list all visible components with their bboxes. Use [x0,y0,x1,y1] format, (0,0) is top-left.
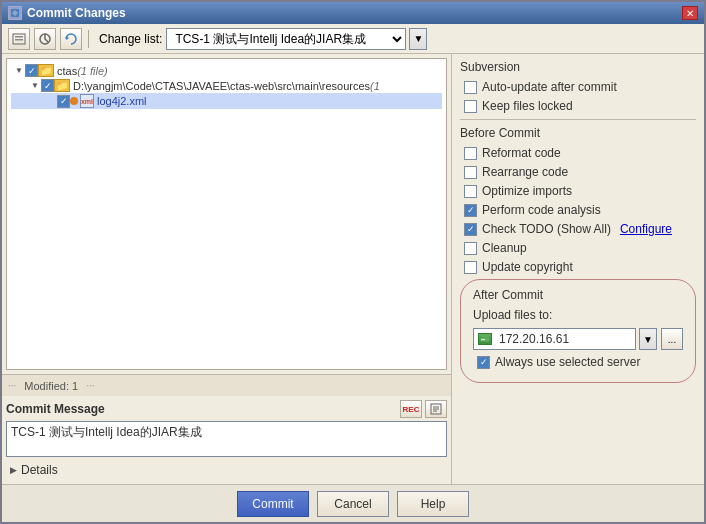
left-panel: ▼ ✓ 📁 ctas (1 file) ▼ ✓ 📁 D:\yangjm\Code… [2,54,452,484]
cancel-button[interactable]: Cancel [317,491,389,517]
folder-icon-path: 📁 [54,79,70,92]
svg-marker-5 [66,36,69,40]
diff-dots-right: ··· [86,380,94,391]
checkbox-path[interactable]: ✓ [41,79,54,92]
toolbar-btn-2[interactable] [34,28,56,50]
tree-item-path[interactable]: ▼ ✓ 📁 D:\yangjm\Code\CTAS\JAVAEE\ctas-we… [11,78,442,93]
checkbox-update-copyright[interactable] [464,261,477,274]
upload-input[interactable]: 172.20.16.61 [473,328,636,350]
after-commit-section: After Commit Upload files to: 172.20.16.… [460,279,696,383]
tree-item-ctas[interactable]: ▼ ✓ 📁 ctas (1 file) [11,63,442,78]
label-cleanup: Cleanup [482,241,527,255]
option-keep-locked: Keep files locked [460,99,696,113]
main-content: ▼ ✓ 📁 ctas (1 file) ▼ ✓ 📁 D:\yangjm\Code… [2,54,704,484]
folder-icon-ctas: 📁 [38,64,54,77]
commit-message-header: Commit Message REC [6,400,447,418]
upload-dropdown-btn[interactable]: ▼ [639,328,657,350]
checkbox-ctas[interactable]: ✓ [25,64,38,77]
checkbox-cleanup[interactable] [464,242,477,255]
label-update-copyright: Update copyright [482,260,573,274]
details-label: Details [21,463,58,477]
toolbar-btn-refresh[interactable] [60,28,82,50]
tree-label-path: D:\yangjm\Code\CTAS\JAVAEE\ctas-web\src\… [73,80,370,92]
checkbox-check-todo[interactable]: ✓ [464,223,477,236]
label-reformat: Reformat code [482,146,561,160]
toolbar-btn-1[interactable] [8,28,30,50]
checkbox-keep-locked[interactable] [464,100,477,113]
label-auto-update: Auto-update after commit [482,80,617,94]
divider-1 [460,119,696,120]
svg-rect-2 [15,36,23,38]
checkbox-perform[interactable]: ✓ [464,204,477,217]
title-bar: Commit Changes ✕ [2,2,704,24]
label-rearrange: Rearrange code [482,165,568,179]
upload-server-icon [478,333,492,345]
changelist-dropdown[interactable]: TCS-1 测试与Intellj Idea的JIAR集成 [166,28,406,50]
right-panel: Subversion Auto-update after commit Keep… [452,54,704,484]
label-perform: Perform code analysis [482,203,601,217]
svg-rect-3 [15,39,23,41]
toolbar-separator [88,30,89,48]
tree-label-log4j2: log4j2.xml [97,95,147,107]
option-rearrange: Rearrange code [460,165,696,179]
option-reformat: Reformat code [460,146,696,160]
option-perform: ✓ Perform code analysis [460,203,696,217]
commit-msg-btn-2[interactable] [425,400,447,418]
diff-dots-left: ··· [8,380,16,391]
details-arrow: ▶ [10,465,17,475]
help-button[interactable]: Help [397,491,469,517]
details-row[interactable]: ▶ Details [6,460,447,480]
footer: Commit Cancel Help [2,484,704,522]
label-keep-locked: Keep files locked [482,99,573,113]
window-icon [8,6,22,20]
close-button[interactable]: ✕ [682,6,698,20]
modified-text: Modified: 1 [24,380,78,392]
before-commit-title: Before Commit [460,126,696,140]
xml-file-icon: xml [80,94,94,108]
label-optimize: Optimize imports [482,184,572,198]
commit-message-label: Commit Message [6,402,105,416]
checkbox-optimize[interactable] [464,185,477,198]
tree-item-log4j2[interactable]: ▶ ✓ xml log4j2.xml [11,93,442,109]
option-check-todo: ✓ Check TODO (Show All) Configure [460,222,696,236]
upload-label: Upload files to: [473,308,683,322]
tree-label-path-meta: (1 [370,80,380,92]
rec-button[interactable]: REC [400,400,422,418]
label-always-use: Always use selected server [495,355,640,369]
checkbox-always-use[interactable]: ✓ [477,356,490,369]
checkbox-log4j2[interactable]: ✓ [57,95,70,108]
modified-dot [70,97,78,105]
commit-changes-window: Commit Changes ✕ Change list: TCS-1 测试与I… [0,0,706,524]
after-commit-title: After Commit [473,288,683,302]
left-panel-bottom-bar: ··· Modified: 1 ··· [2,374,451,396]
checkbox-rearrange[interactable] [464,166,477,179]
window-title: Commit Changes [27,6,126,20]
tree-label-ctas-meta: (1 file) [77,65,108,77]
commit-msg-buttons: REC [400,400,447,418]
checkbox-reformat[interactable] [464,147,477,160]
upload-value: 172.20.16.61 [499,332,569,346]
option-cleanup: Cleanup [460,241,696,255]
tree-arrow-ctas: ▼ [15,66,25,75]
label-check-todo: Check TODO (Show All) [482,222,611,236]
file-tree: ▼ ✓ 📁 ctas (1 file) ▼ ✓ 📁 D:\yangjm\Code… [6,58,447,370]
toolbar: Change list: TCS-1 测试与Intellj Idea的JIAR集… [2,24,704,54]
checkbox-auto-update[interactable] [464,81,477,94]
title-bar-left: Commit Changes [8,6,126,20]
option-optimize: Optimize imports [460,184,696,198]
commit-button[interactable]: Commit [237,491,309,517]
upload-more-btn[interactable]: ... [661,328,683,350]
option-auto-update: Auto-update after commit [460,80,696,94]
svg-point-9 [481,339,483,341]
commit-message-input[interactable]: TCS-1 测试与Intellj Idea的JIAR集成 [6,421,447,457]
svg-point-10 [483,339,485,341]
configure-link[interactable]: Configure [620,222,672,236]
option-always-use: ✓ Always use selected server [473,355,683,369]
changelist-arrow[interactable]: ▼ [409,28,427,50]
tree-arrow-path: ▼ [31,81,41,90]
svg-marker-8 [481,334,489,337]
commit-message-section: Commit Message REC TCS-1 测试与Intellj Idea… [2,396,451,484]
tree-label-ctas: ctas [57,65,77,77]
subversion-title: Subversion [460,60,696,74]
upload-row: 172.20.16.61 ▼ ... [473,328,683,350]
